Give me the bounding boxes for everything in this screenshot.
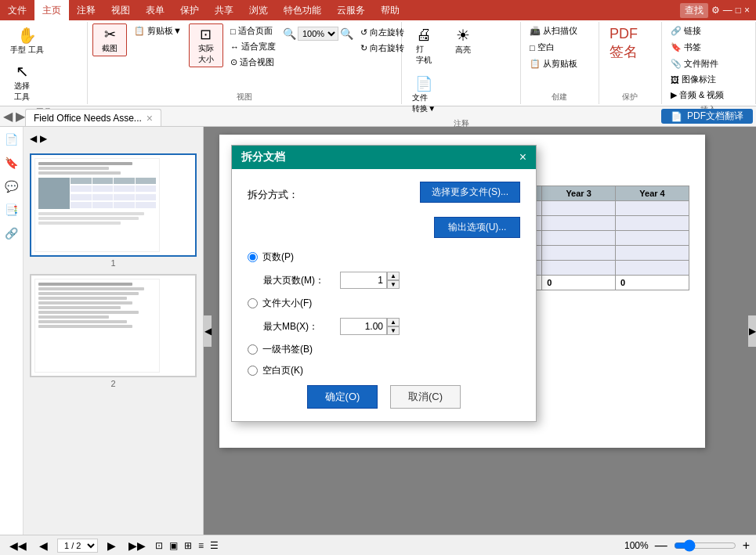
max-mb-label: 最大MB(X)： xyxy=(263,320,334,333)
radio-pages[interactable] xyxy=(248,252,258,262)
max-mb-down[interactable]: ▼ xyxy=(387,326,400,335)
radio-filesize-label: 文件大小(F) xyxy=(262,297,312,310)
max-pages-spin: ▲ ▼ xyxy=(340,272,400,289)
dialog-title: 拆分文档 xyxy=(241,150,285,164)
radio-blankpage-row: 空白页(K) xyxy=(248,364,520,377)
split-method-row: 拆分方式： 选择更多文件(S)... xyxy=(248,182,520,207)
dialog-header: 拆分文档 × xyxy=(232,146,536,169)
dialog-close-button[interactable]: × xyxy=(519,150,526,164)
radio-blankpage[interactable] xyxy=(248,366,258,376)
dialog-overlay: 拆分文档 × 拆分方式： 选择更多文件(S)... 输出选项(U)... 页数(… xyxy=(0,0,756,555)
max-mb-spin: ▲ ▼ xyxy=(340,318,400,335)
radio-filesize-row: 文件大小(F) xyxy=(248,297,520,310)
radio-bookmarks-label: 一级书签(B) xyxy=(262,343,313,356)
radio-blankpage-label: 空白页(K) xyxy=(262,364,303,377)
max-pages-up[interactable]: ▲ xyxy=(387,272,400,280)
output-options-button[interactable]: 输出选项(U)... xyxy=(434,217,520,238)
max-mb-up[interactable]: ▲ xyxy=(387,318,400,326)
max-pages-label: 最大页数(M)： xyxy=(263,274,334,287)
radio-pages-label: 页数(P) xyxy=(262,250,294,264)
dialog-right-buttons: 选择更多文件(S)... xyxy=(420,182,520,207)
split-method-label: 拆分方式： xyxy=(248,188,310,202)
max-mb-row: 最大MB(X)： ▲ ▼ xyxy=(263,318,520,335)
max-pages-down[interactable]: ▼ xyxy=(387,280,400,289)
max-pages-spin-buttons: ▲ ▼ xyxy=(387,272,400,289)
max-mb-input[interactable] xyxy=(340,318,387,335)
cancel-button[interactable]: 取消(C) xyxy=(390,385,461,409)
radio-bookmarks[interactable] xyxy=(248,344,258,355)
radio-filesize[interactable] xyxy=(248,298,258,308)
dialog-action-buttons: 确定(O) 取消(C) xyxy=(248,385,520,409)
radio-pages-row: 页数(P) xyxy=(248,250,520,264)
max-pages-input[interactable] xyxy=(340,272,387,289)
max-pages-row: 最大页数(M)： ▲ ▼ xyxy=(263,272,520,289)
dialog-body: 拆分方式： 选择更多文件(S)... 输出选项(U)... 页数(P) 最大页数… xyxy=(232,169,536,421)
radio-bookmarks-row: 一级书签(B) xyxy=(248,343,520,356)
max-mb-spin-buttons: ▲ ▼ xyxy=(387,318,400,335)
select-files-button[interactable]: 选择更多文件(S)... xyxy=(420,182,520,203)
confirm-button[interactable]: 确定(O) xyxy=(307,385,378,409)
split-document-dialog: 拆分文档 × 拆分方式： 选择更多文件(S)... 输出选项(U)... 页数(… xyxy=(231,145,537,422)
